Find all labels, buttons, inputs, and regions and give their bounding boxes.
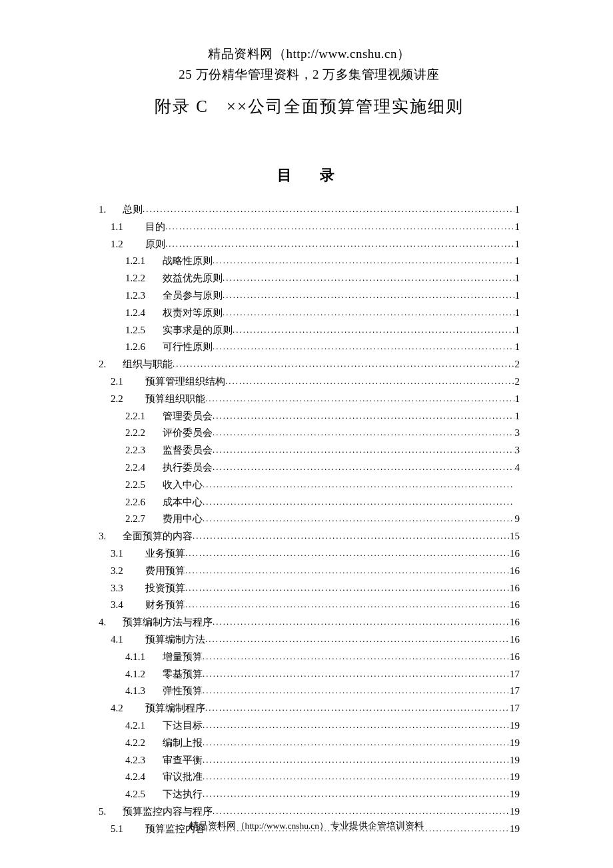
toc-entry-label: 收入中心 [163, 477, 203, 494]
toc-entry-page: 16 [510, 597, 520, 614]
toc-leader-dots [213, 615, 510, 629]
toc-entry-page: 19 [510, 786, 520, 803]
toc-entry: 2.2.4执行委员会4 [99, 459, 520, 477]
toc-entry: 1.2原则1 [99, 236, 520, 253]
toc-leader-dots [165, 219, 514, 234]
toc-entry-number: 4.2.4 [99, 769, 163, 786]
toc-leader-dots [223, 305, 514, 320]
toc-entry-number: 4.2.5 [99, 786, 163, 803]
toc-entry-label: 执行委员会 [163, 459, 213, 477]
document-title: 附录 C ××公司全面预算管理实施细则 [99, 95, 520, 117]
toc-entry-number: 2.2 [99, 391, 145, 408]
toc-entry-number: 3.3 [99, 580, 145, 597]
table-of-contents: 1.总则11.1目的11.2原则11.2.1战略性原则11.2.2效益优先原则1… [99, 201, 520, 837]
toc-entry-number: 2. [99, 356, 123, 373]
toc-entry-label: 成本中心 [163, 494, 203, 511]
toc-entry-label: 增量预算 [163, 649, 203, 666]
toc-entry: 2.组织与职能2 [99, 356, 520, 373]
toc-entry: 2.2.2评价委员会3 [99, 425, 520, 442]
toc-entry-number: 1.2 [99, 236, 145, 253]
toc-leader-dots [205, 701, 510, 715]
toc-entry-number: 1. [99, 201, 123, 219]
toc-entry: 3.3投资预算16 [99, 580, 520, 597]
toc-leader-dots [173, 357, 514, 371]
toc-entry-label: 业务预算 [145, 545, 185, 563]
toc-entry: 4.1.2零基预算17 [99, 666, 520, 683]
toc-entry-label: 可行性原则 [163, 339, 213, 356]
toc-entry-label: 财务预算 [145, 597, 185, 614]
toc-entry-number: 1.1 [99, 219, 145, 236]
toc-entry-page: 19 [510, 717, 520, 735]
toc-leader-dots [203, 667, 510, 681]
toc-leader-dots [213, 443, 514, 457]
toc-heading: 目 录 [99, 165, 520, 185]
toc-entry: 2.2.7费用中心9 [99, 511, 520, 528]
toc-entry-label: 战略性原则 [163, 253, 213, 270]
toc-leader-dots [223, 288, 514, 303]
toc-entry-number: 2.2.2 [99, 425, 163, 442]
toc-entry: 1.2.5实事求是的原则1 [99, 322, 520, 339]
toc-entry-label: 预算编制程序 [145, 700, 205, 717]
toc-entry: 2.2.1管理委员会1 [99, 408, 520, 425]
toc-leader-dots [205, 632, 510, 647]
toc-entry-page: 1 [514, 339, 520, 356]
toc-entry: 2.2预算组织职能1 [99, 391, 520, 408]
toc-entry-number: 4.2.2 [99, 735, 163, 752]
toc-entry: 4.预算编制方法与程序16 [99, 614, 520, 631]
toc-entry: 3.4财务预算16 [99, 597, 520, 614]
toc-entry-number: 3. [99, 528, 123, 545]
toc-entry-label: 预算组织职能 [145, 391, 205, 408]
toc-entry-label: 零基预算 [163, 666, 203, 683]
toc-entry: 4.2.2编制上报19 [99, 735, 520, 752]
toc-leader-dots [203, 769, 510, 784]
toc-leader-dots [185, 597, 510, 612]
toc-entry-number: 3.2 [99, 563, 145, 580]
toc-entry-number: 4.1.2 [99, 666, 163, 683]
toc-entry: 5.预算监控内容与程序19 [99, 803, 520, 821]
toc-entry-page: 3 [514, 442, 520, 459]
toc-entry-number: 4. [99, 614, 123, 631]
toc-entry: 2.2.5收入中心 [99, 477, 520, 494]
toc-entry-number: 2.2.5 [99, 477, 163, 494]
toc-entry-label: 全面预算的内容 [123, 528, 193, 545]
toc-entry-label: 审查平衡 [163, 752, 203, 769]
toc-entry-label: 弹性预算 [163, 683, 203, 700]
toc-leader-dots [205, 391, 514, 406]
toc-entry-label: 下达目标 [163, 717, 203, 735]
toc-entry: 2.1预算管理组织结构2 [99, 373, 520, 391]
toc-entry-number: 2.1 [99, 373, 145, 391]
toc-leader-dots [203, 735, 510, 750]
toc-leader-dots [213, 339, 514, 354]
toc-leader-dots [213, 460, 514, 475]
toc-entry-number: 1.2.1 [99, 253, 163, 270]
toc-entry-label: 全员参与原则 [163, 287, 223, 305]
toc-entry-label: 投资预算 [145, 580, 185, 597]
toc-entry: 4.2.3审查平衡19 [99, 752, 520, 769]
toc-entry: 3.1业务预算16 [99, 545, 520, 563]
toc-entry-number: 4.1 [99, 631, 145, 649]
toc-leader-dots [203, 495, 514, 509]
toc-entry-number: 5. [99, 803, 123, 821]
toc-entry-page: 1 [514, 236, 520, 253]
toc-entry-page: 1 [514, 270, 520, 287]
toc-entry-label: 原则 [145, 236, 165, 253]
toc-entry-label: 预算监控内容与程序 [123, 803, 213, 821]
toc-entry: 4.2.1下达目标19 [99, 717, 520, 735]
toc-entry: 1.总则1 [99, 201, 520, 219]
toc-leader-dots [185, 581, 510, 595]
toc-entry: 4.2.4审议批准19 [99, 769, 520, 786]
toc-entry-page: 17 [510, 666, 520, 683]
toc-entry: 1.1目的1 [99, 219, 520, 236]
toc-entry-label: 权责对等原则 [163, 305, 223, 322]
toc-entry-label: 评价委员会 [163, 425, 213, 442]
toc-entry: 1.2.4权责对等原则1 [99, 305, 520, 322]
toc-entry: 3.全面预算的内容15 [99, 528, 520, 545]
toc-leader-dots [185, 563, 510, 578]
toc-entry: 1.2.3全员参与原则1 [99, 287, 520, 305]
toc-entry: 1.2.6可行性原则1 [99, 339, 520, 356]
toc-entry-page: 1 [514, 253, 520, 270]
toc-leader-dots [203, 718, 510, 733]
toc-entry-page: 16 [510, 563, 520, 580]
toc-entry-number: 3.4 [99, 597, 145, 614]
toc-entry: 4.1.1增量预算16 [99, 649, 520, 666]
